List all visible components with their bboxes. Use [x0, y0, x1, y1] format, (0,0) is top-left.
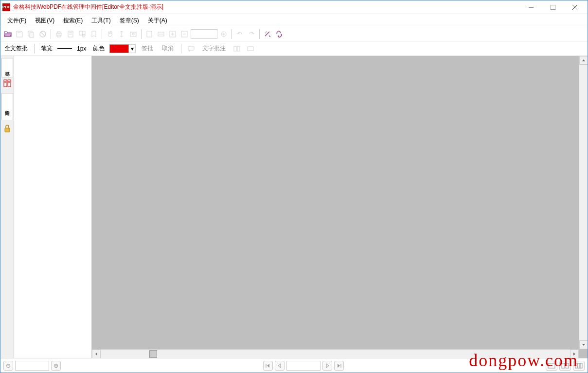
next-page-button[interactable]	[322, 361, 332, 371]
side-tab-strip: 书签 附件集	[0, 56, 14, 358]
svg-rect-32	[188, 46, 194, 50]
zoom-out-button[interactable]: ⊖	[3, 361, 13, 371]
scroll-right-icon[interactable]	[570, 350, 579, 358]
zoom-in-button[interactable]: ⊕	[51, 361, 61, 371]
menu-file[interactable]: 文件(F)	[3, 15, 30, 26]
zoom-out-rect-icon[interactable]	[179, 29, 190, 39]
document-viewer[interactable]	[92, 56, 588, 358]
svg-rect-47	[566, 363, 569, 368]
page-input[interactable]	[286, 361, 321, 371]
comment-icon[interactable]	[186, 43, 196, 54]
app-icon: PDF	[2, 3, 10, 11]
link-icon[interactable]	[274, 29, 285, 39]
print-icon[interactable]	[53, 29, 64, 39]
fit-width-icon[interactable]	[156, 29, 166, 39]
svg-rect-36	[4, 80, 7, 87]
pen-width-label: 笔宽	[39, 43, 54, 54]
copy-icon[interactable]	[26, 29, 36, 39]
svg-rect-21	[147, 31, 152, 37]
color-dropdown-icon[interactable]: ▾	[129, 44, 136, 53]
tab-bookmark[interactable]: 书签	[1, 58, 13, 77]
menu-stamp[interactable]: 签章(S)	[116, 15, 143, 26]
select-icon[interactable]	[116, 29, 127, 39]
pen-width-preview	[57, 48, 72, 49]
svg-point-20	[132, 33, 134, 35]
svg-line-8	[41, 32, 45, 36]
thumbnail-icon[interactable]	[2, 78, 12, 88]
main-area: 书签 附件集	[0, 56, 588, 358]
sign-button[interactable]: 签批	[139, 43, 156, 54]
last-page-button[interactable]	[334, 361, 344, 371]
close-button[interactable]	[564, 1, 586, 14]
menu-search[interactable]: 搜索(E)	[59, 15, 87, 26]
zoom-apply-icon[interactable]	[218, 29, 229, 39]
layout2-icon[interactable]	[245, 43, 256, 54]
color-label: 颜色	[91, 43, 107, 54]
svg-rect-42	[5, 128, 10, 132]
save-icon[interactable]	[14, 29, 25, 39]
svg-rect-19	[130, 32, 136, 37]
pen-width-value: 1px	[75, 44, 88, 53]
settings-icon[interactable]	[262, 29, 273, 39]
bookmark-icon[interactable]	[89, 29, 99, 39]
prev-page-button[interactable]	[275, 361, 285, 371]
rotate-left-icon[interactable]	[234, 29, 245, 39]
main-toolbar	[0, 27, 588, 41]
full-sign-label[interactable]: 全文签批	[2, 43, 30, 54]
lock-icon[interactable]	[3, 124, 12, 133]
menu-tools[interactable]: 工具(T)	[88, 15, 114, 26]
minimize-button[interactable]	[520, 1, 542, 14]
color-swatch[interactable]	[109, 44, 129, 53]
rotate-right-icon[interactable]	[246, 29, 257, 39]
scroll-thumb[interactable]	[149, 350, 157, 358]
svg-rect-37	[8, 80, 11, 87]
svg-rect-50	[580, 363, 582, 368]
vertical-scrollbar[interactable]	[579, 56, 588, 349]
titlebar: PDF 金格科技iWebPDF在线管理中间件[Editor全文批注版-演示]	[0, 0, 588, 14]
svg-rect-48	[575, 363, 577, 368]
svg-rect-34	[237, 46, 240, 51]
svg-rect-10	[57, 32, 60, 33]
tab-attachment[interactable]: 附件集	[1, 93, 13, 120]
svg-rect-1	[551, 5, 555, 10]
menu-view[interactable]: 视图(V)	[31, 15, 58, 26]
view-mode1-icon[interactable]	[546, 361, 557, 371]
zoom-in-rect-icon[interactable]	[167, 29, 178, 39]
scroll-up-icon[interactable]	[579, 56, 588, 65]
fit-page-icon[interactable]	[144, 29, 155, 39]
menu-about[interactable]: 关于(A)	[144, 15, 171, 26]
zoom-input[interactable]	[191, 29, 217, 39]
svg-rect-6	[30, 33, 34, 37]
thumbnail-panel	[14, 56, 92, 358]
open-icon[interactable]	[2, 29, 13, 39]
svg-rect-11	[57, 35, 60, 37]
svg-rect-45	[548, 363, 555, 368]
svg-rect-46	[562, 363, 565, 368]
window-title: 金格科技iWebPDF在线管理中间件[Editor全文批注版-演示]	[13, 3, 520, 11]
stop-icon[interactable]	[37, 29, 48, 39]
statusbar: ⊖ ⊕	[0, 358, 588, 373]
menubar: 文件(F) 视图(V) 搜索(E) 工具(T) 签章(S) 关于(A)	[0, 14, 588, 27]
scroll-down-icon[interactable]	[579, 340, 588, 349]
svg-rect-33	[234, 46, 236, 51]
scroll-left-icon[interactable]	[92, 350, 101, 358]
zoom-value-input[interactable]	[15, 361, 49, 371]
hand-icon[interactable]	[105, 29, 115, 39]
svg-rect-49	[578, 363, 580, 368]
svg-rect-4	[18, 31, 20, 33]
first-page-button[interactable]	[263, 361, 273, 371]
svg-point-17	[82, 34, 85, 37]
cancel-button[interactable]: 取消	[159, 43, 177, 54]
annotation-toolbar: 全文签批 笔宽 1px 颜色 ▾ 签批 取消 文字批注	[0, 41, 588, 56]
page-icon[interactable]	[65, 29, 76, 39]
text-annotation-button[interactable]: 文字批注	[199, 43, 229, 54]
horizontal-scrollbar[interactable]	[92, 349, 579, 358]
svg-rect-35	[248, 47, 253, 51]
view-mode3-icon[interactable]	[573, 361, 585, 371]
snapshot-icon[interactable]	[128, 29, 139, 39]
svg-rect-15	[79, 31, 82, 35]
layout1-icon[interactable]	[232, 43, 242, 54]
maximize-button[interactable]	[542, 1, 564, 14]
find-icon[interactable]	[77, 29, 88, 39]
view-mode2-icon[interactable]	[559, 361, 571, 371]
